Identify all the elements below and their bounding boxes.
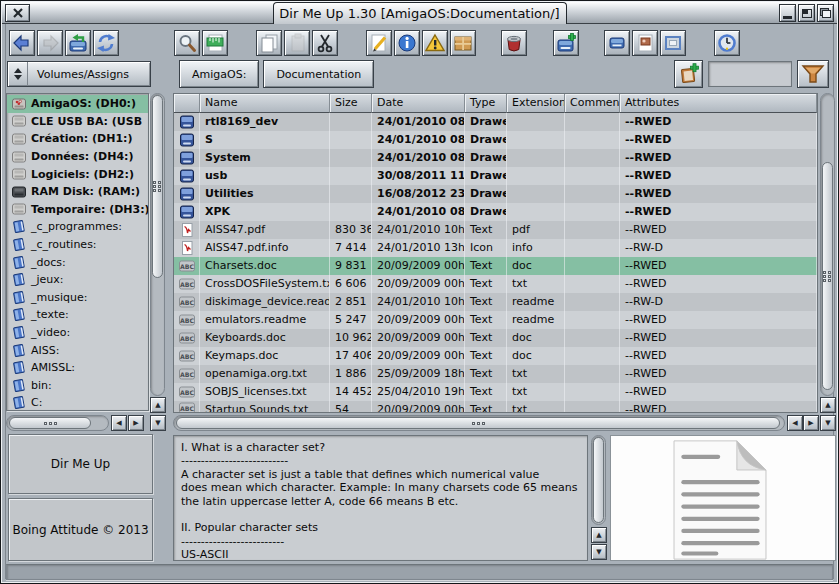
window-tools-button[interactable] <box>660 30 686 56</box>
disk-tools-button[interactable] <box>604 30 630 56</box>
sidebar-scroll-right-button[interactable]: ▶ <box>128 415 144 431</box>
filter-button[interactable] <box>797 60 829 88</box>
preview-scroll-up-button[interactable]: ▲ <box>591 527 607 543</box>
sidebar-vscroll-handle[interactable] <box>152 95 163 278</box>
sidebar-item-aiss[interactable]: AISS: <box>7 341 148 359</box>
table-vscrollbar[interactable] <box>820 93 835 396</box>
zoom-button[interactable] <box>798 4 815 22</box>
sidebar-item-amissl[interactable]: AMISSL: <box>7 359 148 377</box>
table-hscroll-handle[interactable] <box>176 417 780 429</box>
table-vscroll-handle[interactable] <box>822 162 833 390</box>
table-row-emulatorsreadme[interactable]: ABCemulators.readme5 24720/09/2009 00h03… <box>174 311 817 329</box>
table-row-startupsoundstxt[interactable]: ABCStartup Sounds.txt5420/09/2009 00h03T… <box>174 401 817 413</box>
close-button[interactable] <box>5 4 30 22</box>
sidebar-item-cprogrammes[interactable]: _c_programmes: <box>7 218 148 236</box>
comment-button[interactable] <box>422 30 448 56</box>
table-row-keymapsdoc[interactable]: ABCKeymaps.doc17 40620/09/2009 00h03Text… <box>174 347 817 365</box>
table-row-crossdosfilesystemtxt[interactable]: ABCCrossDOSFileSystem.txt6 60620/09/2009… <box>174 275 817 293</box>
rename-button[interactable] <box>366 30 392 56</box>
table-row-usb[interactable]: usb30/08/2011 11h14Drawer--RWED <box>174 167 817 185</box>
table-row-charsetsdoc[interactable]: ABCCharsets.doc9 83120/09/2009 00h03Text… <box>174 257 817 275</box>
sidebar-item-ramdiskram[interactable]: RAM Disk: (RAM:) <box>7 183 148 201</box>
depth-button[interactable] <box>817 4 834 22</box>
table-scroll-up-button[interactable]: ▲ <box>820 397 836 413</box>
sidebar-item-amigaosdh0[interactable]: AmigaOS: (DH0:) <box>7 95 148 113</box>
preview-vscrollbar[interactable] <box>591 435 606 525</box>
column-header-size[interactable]: Size <box>330 94 372 113</box>
table-row-s[interactable]: S24/01/2010 08h59Drawer--RWED <box>174 131 817 149</box>
sidebar-item-croutines[interactable]: _c_routines: <box>7 236 148 254</box>
table-scroll-left-button[interactable]: ◀ <box>787 415 803 431</box>
table-row-xpk[interactable]: XPK24/01/2010 08h59Drawer--RWED <box>174 203 817 221</box>
sidebar-scroll-up-button[interactable]: ▲ <box>150 397 166 413</box>
name-cell: SOBJS_licenses.txt <box>200 383 330 401</box>
iconify-button[interactable] <box>779 4 796 22</box>
titlebar[interactable]: Dir Me Up 1.30 [AmigaOS:Documentation/] <box>2 2 837 24</box>
table-row-aiss47pdfinfo[interactable]: AISS47.pdf.info7 41424/01/2010 13h38Icon… <box>174 239 817 257</box>
table-row-rtl8169dev[interactable]: rtl8169_dev24/01/2010 08h59Drawer--RWED <box>174 113 817 131</box>
sidebar-item-donnesdh4[interactable]: Données: (DH4:) <box>7 148 148 166</box>
column-header-icon[interactable] <box>174 94 200 113</box>
copy-button[interactable] <box>256 30 282 56</box>
parent-drawer-button[interactable] <box>65 30 91 56</box>
table-scroll-down-button[interactable]: ▼ <box>820 415 836 431</box>
sidebar-item-crationdh1[interactable]: Création: (DH1:) <box>7 130 148 148</box>
column-header-attributes[interactable]: Attributes <box>620 94 817 113</box>
sidebar-hscroll-handle[interactable] <box>9 417 91 429</box>
cut-button[interactable] <box>312 30 338 56</box>
history-button[interactable] <box>714 30 740 56</box>
table-row-sobjslicensestxt[interactable]: ABCSOBJS_licenses.txt14 45225/04/2010 19… <box>174 383 817 401</box>
column-header-extension[interactable]: Extension <box>507 94 565 113</box>
svg-text:ABC: ABC <box>179 389 194 396</box>
table-row-aiss47pdf[interactable]: AISS47.pdf830 36424/01/2010 10h18Textpdf… <box>174 221 817 239</box>
sidebar-item-c[interactable]: C: <box>7 394 148 411</box>
sidebar-hscrollbar[interactable] <box>6 415 109 431</box>
table-row-openamigaorgtxt[interactable]: ABCopenamiga.org.txt1 88625/09/2009 18h2… <box>174 365 817 383</box>
volumes-assigns-cycle[interactable]: Volumes/Assigns <box>7 61 151 87</box>
breadcrumb-amigaos[interactable]: AmigaOS: <box>179 60 259 88</box>
sidebar-item-texte[interactable]: _texte: <box>7 306 148 324</box>
delete-button[interactable] <box>501 30 527 56</box>
filter-input[interactable] <box>708 61 792 87</box>
sidebar-scroll-down-button[interactable]: ▼ <box>150 415 166 431</box>
frame-icon <box>663 33 683 53</box>
sidebar-item-logicielsdh2[interactable]: Logiciels: (DH2:) <box>7 165 148 183</box>
attributes-cell: --RWED <box>620 311 817 329</box>
table-body: rtl8169_dev24/01/2010 08h59Drawer--RWEDS… <box>174 113 817 413</box>
add-bookmark-button[interactable] <box>674 60 703 88</box>
information-button[interactable] <box>394 30 420 56</box>
table-hscrollbar[interactable] <box>173 415 785 431</box>
column-header-comment[interactable]: Comment <box>565 94 620 113</box>
snapshot-button[interactable] <box>632 30 658 56</box>
sidebar-item-jeux[interactable]: _jeux: <box>7 271 148 289</box>
table-row-diskimagedevicereadme[interactable]: ABCdiskimage_device.readme2 85124/01/201… <box>174 293 817 311</box>
table-row-system[interactable]: System24/01/2010 08h59Drawer--RWED <box>174 149 817 167</box>
archive-button[interactable] <box>450 30 476 56</box>
search-button[interactable] <box>174 30 200 56</box>
refresh-button[interactable] <box>93 30 119 56</box>
back-button[interactable] <box>9 30 35 56</box>
column-header-type[interactable]: Type <box>465 94 507 113</box>
preview-vscroll-handle[interactable] <box>593 437 604 523</box>
preview-scroll-down-button[interactable]: ▼ <box>591 544 607 560</box>
sidebar-item-docs[interactable]: _docs: <box>7 253 148 271</box>
table-row-utilities[interactable]: Utilities16/08/2012 23h01Drawer--RWED <box>174 185 817 203</box>
sidebar-vscrollbar[interactable] <box>150 93 165 396</box>
table-row-keyboardsdoc[interactable]: ABCKeyboards.doc10 96220/09/2009 00h03Te… <box>174 329 817 347</box>
sidebar-scroll-left-button[interactable]: ◀ <box>111 415 127 431</box>
new-drawer-button[interactable] <box>553 30 579 56</box>
breadcrumb-documentation[interactable]: Documentation <box>263 60 374 88</box>
column-header-name[interactable]: Name <box>200 94 330 113</box>
view-list-button[interactable] <box>202 30 228 56</box>
file-type-cell: ABC <box>174 311 200 329</box>
column-header-date[interactable]: Date <box>372 94 465 113</box>
sidebar-item-video[interactable]: _video: <box>7 324 148 342</box>
disk-amiga-icon <box>12 98 26 110</box>
sidebar-item-temporairedh3[interactable]: Temporaire: (DH3:) <box>7 201 148 219</box>
sidebar-item-musique[interactable]: _musique: <box>7 289 148 307</box>
sidebar-item-cleusbbausb[interactable]: CLE USB BA: (USB <box>7 113 148 131</box>
sidebar-item-label: _c_programmes: <box>31 220 122 233</box>
table-scroll-right-button[interactable]: ▶ <box>803 415 819 431</box>
attributes-cell: --RW-D <box>620 239 817 257</box>
sidebar-item-bin[interactable]: bin: <box>7 377 148 395</box>
